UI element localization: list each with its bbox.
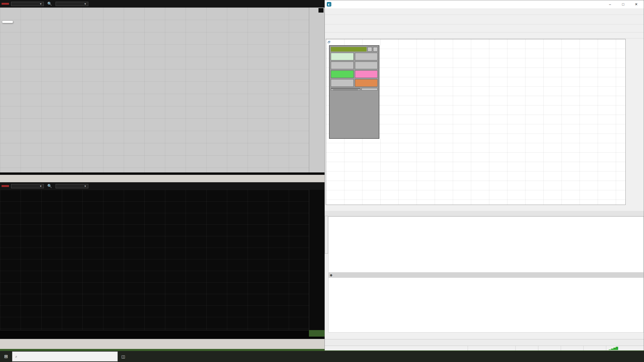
buy-market-button[interactable] [331, 62, 354, 69]
toolbox-vertical-tab[interactable] [325, 216, 328, 254]
status-profile[interactable] [468, 346, 515, 350]
mt5-title-bar[interactable]: ◧ – □ ✕ [325, 0, 644, 8]
mt5-app-icon: ◧ [327, 2, 331, 7]
timer-display [331, 53, 354, 60]
time-axis[interactable] [0, 330, 309, 337]
mt5-time-axis[interactable] [326, 205, 626, 210]
mt5-chart-tabs [325, 211, 644, 216]
footprint-chart-area[interactable] [0, 8, 309, 172]
history-footer: ⊕ [328, 272, 644, 278]
status-empty-cell [515, 346, 538, 350]
minimize-button[interactable]: – [605, 1, 616, 8]
mt5-toolbar [325, 15, 644, 24]
sell-market-button[interactable] [355, 62, 378, 69]
horizontal-scrollbar[interactable] [0, 172, 325, 175]
nt-bottom-toolbar: ▼ 🔍 ▼ [0, 182, 325, 190]
breakeven-button[interactable] [361, 88, 378, 90]
trade-panel [329, 45, 379, 139]
task-view-button[interactable]: ◫ [118, 351, 129, 362]
close-button[interactable]: ✕ [631, 1, 642, 8]
symbol-combo[interactable]: ▼ [11, 184, 44, 188]
interval-combo[interactable]: ▼ [56, 184, 88, 188]
status-empty-cell [538, 346, 561, 350]
mt5-menu-bar [325, 8, 644, 15]
candlestick-chart-area[interactable] [0, 190, 309, 330]
symbol-combo[interactable]: ▼ [11, 2, 44, 6]
search-icon[interactable]: 🔍 [46, 184, 54, 189]
nt-top-tab-strip [0, 175, 325, 182]
mt5-status-bar: ▁▃▅▇ [325, 346, 644, 350]
mt5-chart-area[interactable]: 🗗 [326, 39, 626, 205]
buy-limit-button[interactable] [331, 70, 354, 78]
windows-taskbar: ⊞ ⌕ ◫ [0, 351, 644, 362]
status-ping: ▁▃▅▇ [606, 346, 644, 350]
status-empty-cell [561, 346, 583, 350]
chart-menu-button[interactable] [2, 3, 9, 5]
chart-menu-button[interactable] [2, 185, 9, 187]
search-icon: ⌕ [15, 354, 17, 359]
volume-label [331, 88, 360, 88]
trade-panel-header [331, 47, 367, 52]
mt5-price-axis[interactable] [626, 39, 643, 205]
mt5-drawing-toolbar [325, 24, 644, 32]
desktop: ▼ 🔍 ▼ ▼ 🔍 ▼ [0, 0, 644, 362]
mt5-window: ◧ – □ ✕ 🗗 [325, 0, 644, 350]
mt5-timeframe-bar [325, 32, 644, 38]
interval-combo[interactable]: ▼ [56, 2, 88, 6]
symbol-button[interactable] [355, 53, 378, 60]
panel-close-button[interactable] [373, 47, 378, 52]
mt5-bottom-tabs [325, 339, 644, 346]
chevron-down-icon: ▼ [84, 185, 87, 188]
price-axis[interactable] [309, 8, 325, 172]
close-position-button[interactable] [355, 79, 378, 87]
nt-top-toolbar: ▼ 🔍 ▼ [0, 0, 325, 8]
price-axis[interactable] [309, 190, 325, 330]
panel-minimize-button[interactable] [368, 47, 372, 52]
maximize-button[interactable]: □ [618, 1, 629, 8]
chevron-down-icon: ▼ [84, 3, 87, 5]
reverse-button[interactable] [331, 79, 354, 87]
expand-icon[interactable]: ⊕ [330, 273, 332, 277]
nt-bottom-tab-strip [0, 339, 325, 349]
search-icon[interactable]: 🔍 [46, 1, 54, 6]
signal-icon: ▁▃▅▇ [609, 346, 618, 350]
epic-pen-toolbar [2, 21, 13, 23]
sell-limit-button[interactable] [355, 70, 378, 78]
horizontal-scrollbar[interactable] [0, 337, 325, 339]
chevron-down-icon: ▼ [39, 185, 42, 188]
focus-indicator[interactable] [318, 8, 324, 13]
taskbar-search-input[interactable]: ⌕ [12, 351, 118, 361]
chart-icon: 🗗 [328, 40, 331, 44]
status-empty-cell [583, 346, 606, 350]
chevron-down-icon: ▼ [39, 3, 42, 5]
volume-value[interactable] [333, 89, 358, 90]
start-button[interactable]: ⊞ [0, 351, 12, 362]
chart-caption: 🗗 [327, 40, 333, 45]
